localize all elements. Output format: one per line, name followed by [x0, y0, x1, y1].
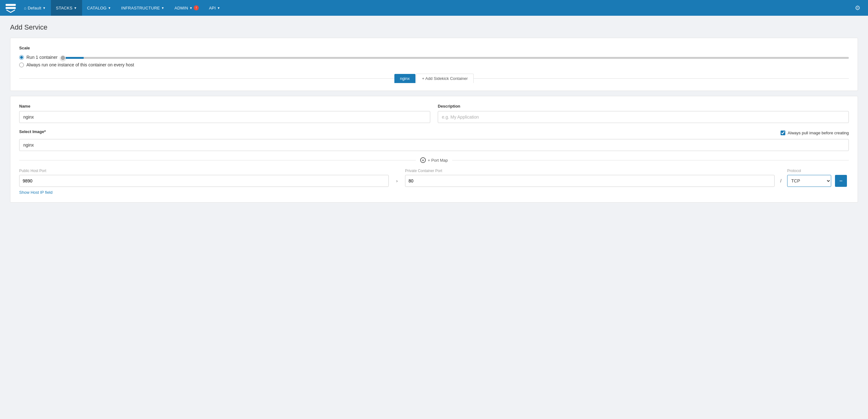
- description-label: Description: [438, 104, 849, 109]
- chevron-down-icon: ▼: [108, 6, 111, 10]
- private-container-port-header: Private Container Port: [405, 169, 442, 173]
- run1-radio-row: Run 1 container: [19, 55, 849, 60]
- chevron-down-icon: ▼: [217, 6, 220, 10]
- name-input[interactable]: [19, 111, 430, 123]
- chevron-down-icon: ▼: [74, 6, 77, 10]
- nav-item-stacks[interactable]: STACKS ▼: [51, 0, 82, 16]
- run1-radio[interactable]: [19, 55, 24, 60]
- run-all-label: Always run one instance of this containe…: [26, 62, 134, 67]
- svg-rect-0: [6, 4, 16, 6]
- port-map-row: › / TCP UDP −: [19, 175, 849, 187]
- always-pull-label: Always pull image before creating: [788, 130, 849, 135]
- tab-add-sidekick[interactable]: + Add Sidekick Container: [416, 73, 474, 83]
- chevron-down-icon: ▼: [189, 6, 192, 10]
- nav-item-api[interactable]: API ▼: [204, 0, 225, 16]
- scale-card: Scale Run 1 container Always run one ins…: [10, 38, 858, 91]
- name-group: Name: [19, 104, 430, 123]
- remove-port-col: −: [835, 175, 849, 187]
- always-pull-checkbox[interactable]: [781, 130, 785, 135]
- show-host-ip-link[interactable]: Show Host IP field: [19, 190, 53, 195]
- slash-separator: /: [778, 178, 783, 183]
- scale-slider[interactable]: [60, 57, 849, 59]
- protocol-col: TCP UDP: [787, 175, 831, 187]
- nav-item-infrastructure[interactable]: INFRASTRUCTURE ▼: [116, 0, 169, 16]
- run-all-radio-row: Always run one instance of this containe…: [19, 62, 849, 67]
- select-image-input[interactable]: [19, 139, 849, 151]
- page-title: Add Service: [10, 23, 858, 31]
- svg-rect-1: [6, 7, 16, 9]
- add-port-map-button[interactable]: + + Port Map: [416, 157, 452, 163]
- divider-line-right: [452, 160, 849, 160]
- port-map-divider: + + Port Map: [19, 157, 849, 163]
- navbar-right: ⚙: [852, 4, 863, 12]
- name-description-row: Name Description: [19, 104, 849, 123]
- scale-slider-container: [60, 55, 849, 60]
- form-card: Name Description Select Image* Always pu…: [10, 96, 858, 203]
- run-all-radio[interactable]: [19, 63, 24, 67]
- public-host-port-header: Public Host Port: [19, 169, 46, 173]
- remove-port-button[interactable]: −: [835, 175, 847, 187]
- name-label: Name: [19, 104, 430, 109]
- alert-badge: !: [194, 5, 199, 10]
- protocol-select[interactable]: TCP UDP: [787, 175, 831, 187]
- private-port-input[interactable]: [405, 175, 775, 187]
- public-port-col: [19, 175, 389, 187]
- port-map-headers: Public Host Port Private Container Port …: [19, 168, 849, 173]
- brand-logo[interactable]: [5, 2, 17, 13]
- arrow-right-icon: ›: [393, 178, 401, 183]
- public-port-input[interactable]: [19, 175, 389, 187]
- navbar: ⌂ Default ▼ STACKS ▼ CATALOG ▼ INFRASTRU…: [0, 0, 868, 16]
- user-icon[interactable]: ⚙: [852, 4, 863, 12]
- nav-item-default[interactable]: ⌂ Default ▼: [19, 0, 51, 16]
- nav-item-catalog[interactable]: CATALOG ▼: [82, 0, 116, 16]
- plus-circle-icon: +: [420, 157, 426, 163]
- chevron-down-icon: ▼: [161, 6, 164, 10]
- tab-line-left: [19, 78, 394, 79]
- select-image-section: Select Image* Always pull image before c…: [19, 129, 849, 151]
- description-group: Description: [438, 104, 849, 123]
- page-content: Add Service Scale Run 1 container Always…: [0, 16, 868, 215]
- scale-label: Scale: [19, 46, 849, 50]
- protocol-header: Protocol: [787, 169, 801, 173]
- divider-line-left: [19, 160, 416, 160]
- select-image-label: Select Image*: [19, 129, 46, 134]
- run1-label: Run 1 container: [26, 55, 58, 60]
- description-input[interactable]: [438, 111, 849, 123]
- nav-item-admin[interactable]: ADMIN ▼ !: [169, 0, 204, 16]
- chevron-down-icon: ▼: [42, 6, 45, 10]
- private-port-col: [405, 175, 775, 187]
- tab-nginx[interactable]: nginx: [394, 74, 415, 83]
- tab-line-right: [474, 78, 849, 79]
- tab-row: nginx + Add Sidekick Container: [19, 73, 849, 83]
- always-pull-row: Always pull image before creating: [781, 130, 849, 135]
